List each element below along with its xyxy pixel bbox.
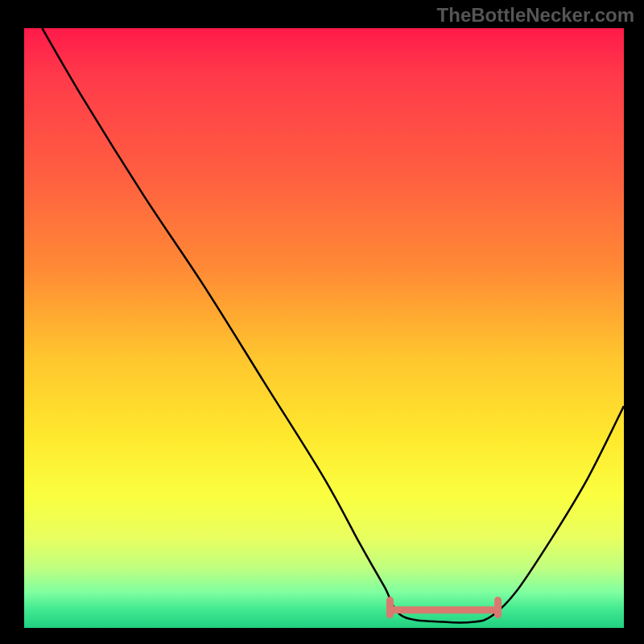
- watermark-text: TheBottleNecker.com: [437, 4, 634, 27]
- minimum-marker: [24, 28, 624, 628]
- chart-plot-area: [24, 28, 624, 628]
